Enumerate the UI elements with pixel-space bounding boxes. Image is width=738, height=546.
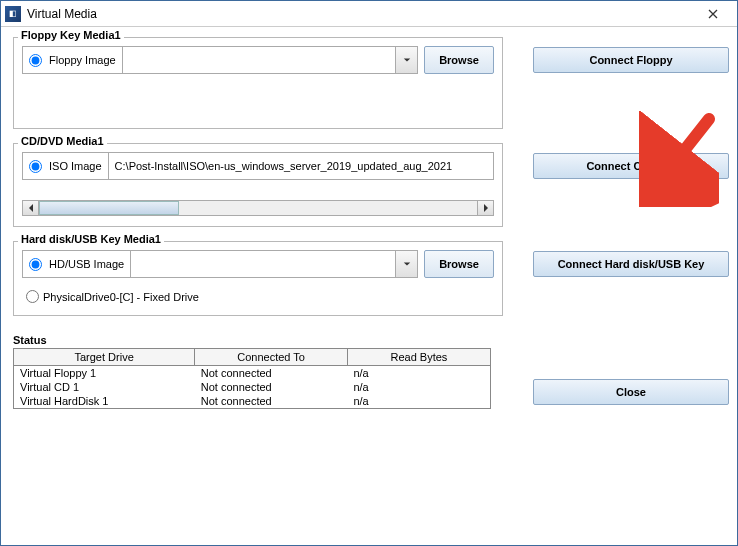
iso-radio-input[interactable]	[29, 160, 42, 173]
status-cell: Not connected	[195, 366, 348, 381]
status-cell: Virtual Floppy 1	[14, 366, 195, 381]
floppy-group: Floppy Key Media1 Floppy Image Browse	[13, 37, 503, 129]
hdusb-radio-input[interactable]	[29, 258, 42, 271]
close-button[interactable]: Close	[533, 379, 729, 405]
hdusb-group: Hard disk/USB Key Media1 HD/USB Image Br…	[13, 241, 503, 316]
floppy-legend: Floppy Key Media1	[18, 29, 124, 41]
iso-path-input[interactable]: C:\Post-Install\ISO\en-us_windows_server…	[109, 152, 494, 180]
hdusb-path-input[interactable]	[131, 250, 396, 278]
status-header-bytes: Read Bytes	[347, 349, 490, 366]
connect-hdusb-button[interactable]: Connect Hard disk/USB Key	[533, 251, 729, 277]
scroll-left-arrow[interactable]	[23, 201, 39, 215]
connect-cddvd-button[interactable]: Connect CD/DVD	[533, 153, 729, 179]
physical-drive-radio[interactable]: PhysicalDrive0-[C] - Fixed Drive	[22, 288, 494, 305]
window-title: Virtual Media	[27, 7, 693, 21]
status-row: Virtual Floppy 1 Not connected n/a	[14, 366, 491, 381]
status-header-drive: Target Drive	[14, 349, 195, 366]
cddvd-group: CD/DVD Media1 ISO Image C:\Post-Install\…	[13, 143, 503, 227]
status-legend: Status	[13, 334, 491, 346]
floppy-radio-label: Floppy Image	[49, 54, 116, 66]
cddvd-legend: CD/DVD Media1	[18, 135, 107, 147]
status-cell: n/a	[347, 366, 490, 381]
floppy-dropdown-arrow[interactable]	[396, 46, 418, 74]
floppy-browse-button[interactable]: Browse	[424, 46, 494, 74]
window-close-button[interactable]	[693, 2, 733, 26]
floppy-image-radio[interactable]: Floppy Image	[22, 46, 123, 74]
titlebar: ◧ Virtual Media	[1, 1, 737, 27]
cddvd-scrollbar[interactable]	[22, 200, 494, 216]
status-header-connected: Connected To	[195, 349, 348, 366]
scroll-right-arrow[interactable]	[477, 201, 493, 215]
floppy-radio-input[interactable]	[29, 54, 42, 67]
physical-drive-label: PhysicalDrive0-[C] - Fixed Drive	[43, 291, 199, 303]
iso-image-radio[interactable]: ISO Image	[22, 152, 109, 180]
scroll-thumb[interactable]	[39, 201, 179, 215]
hdusb-browse-button[interactable]: Browse	[424, 250, 494, 278]
iso-radio-label: ISO Image	[49, 160, 102, 172]
hdusb-dropdown-arrow[interactable]	[396, 250, 418, 278]
scroll-track[interactable]	[39, 201, 477, 215]
floppy-path-input[interactable]	[123, 46, 396, 74]
app-icon: ◧	[5, 6, 21, 22]
physical-radio-input[interactable]	[26, 290, 39, 303]
connect-floppy-button[interactable]: Connect Floppy	[533, 47, 729, 73]
hdusb-legend: Hard disk/USB Key Media1	[18, 233, 164, 245]
hdusb-radio-label: HD/USB Image	[49, 258, 124, 270]
hdusb-image-radio[interactable]: HD/USB Image	[22, 250, 131, 278]
